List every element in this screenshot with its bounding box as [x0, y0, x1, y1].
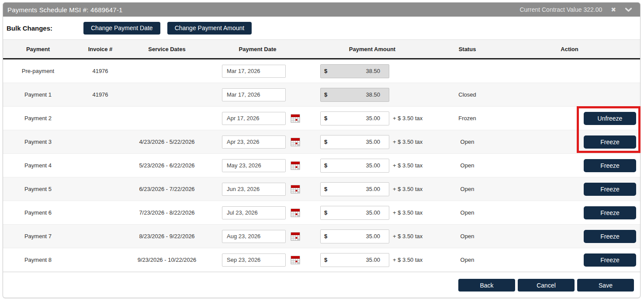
- change-payment-date-button[interactable]: Change Payment Date: [83, 22, 160, 35]
- panel-title: Payments Schedule MSI #: 4689647-1: [7, 6, 123, 14]
- service-dates: 8/23/2026 - 9/22/2026: [128, 233, 206, 240]
- invoice-number: 41976: [73, 91, 128, 98]
- payment-amount-input[interactable]: $ 35.00: [320, 182, 389, 196]
- currency-symbol: $: [324, 115, 327, 121]
- currency-symbol: $: [324, 68, 327, 74]
- tax-label: + $ 3.50 tax: [393, 115, 422, 121]
- calendar-icon[interactable]: [291, 184, 300, 194]
- amount-value: 35.00: [366, 233, 385, 240]
- status-label: Frozen: [436, 115, 499, 121]
- tax-label: + $ 3.50 tax: [393, 139, 422, 145]
- amount-value: 35.00: [366, 186, 385, 192]
- payment-date-input[interactable]: [222, 230, 286, 243]
- payment-amount-input[interactable]: $ 35.00: [320, 206, 389, 220]
- payment-label: Payment 6: [3, 209, 73, 216]
- action-button[interactable]: Freeze: [584, 253, 636, 267]
- header-payment: Payment: [3, 46, 73, 52]
- back-button[interactable]: Back: [458, 279, 515, 292]
- service-dates: 7/23/2026 - 8/22/2026: [128, 209, 206, 216]
- close-icon[interactable]: ✖: [611, 7, 616, 13]
- tax-label: + $ 3.50 tax: [393, 233, 422, 240]
- currency-symbol: $: [324, 91, 327, 98]
- payment-amount-input[interactable]: $ 35.00: [320, 159, 389, 173]
- currency-symbol: $: [324, 233, 327, 240]
- amount-value: 35.00: [366, 139, 385, 145]
- calendar-icon[interactable]: [291, 255, 300, 265]
- currency-symbol: $: [324, 257, 327, 263]
- payment-label: Pre-payment: [3, 68, 73, 74]
- status-label: Open: [436, 233, 499, 240]
- payment-amount-input[interactable]: $ 35.00: [320, 229, 389, 243]
- payment-label: Payment 4: [3, 162, 73, 169]
- payment-label: Payment 1: [3, 91, 73, 98]
- titlebar-right: Current Contract Value 322.00 ✖: [519, 6, 635, 13]
- panel-titlebar: Payments Schedule MSI #: 4689647-1 Curre…: [3, 3, 640, 17]
- payment-label: Payment 7: [3, 233, 73, 240]
- currency-symbol: $: [324, 186, 327, 192]
- status-label: Open: [436, 139, 499, 145]
- header-payment-amount: Payment Amount: [309, 46, 436, 52]
- table-row: Pre-payment 41976: [3, 59, 640, 83]
- payment-label: Payment 8: [3, 257, 73, 263]
- service-dates: 4/23/2026 - 5/22/2026: [128, 139, 206, 145]
- payment-date-input[interactable]: [222, 112, 286, 125]
- payment-amount-input[interactable]: $ 35.00: [320, 111, 389, 125]
- table-row: Payment 5 6/23/2026 - 7/22/2026: [3, 177, 640, 201]
- payment-date-input[interactable]: [222, 135, 286, 149]
- amount-value: 38.50: [366, 91, 385, 98]
- payment-label: Payment 3: [3, 139, 73, 145]
- header-service-dates: Service Dates: [128, 46, 206, 52]
- tax-label: + $ 3.50 tax: [393, 162, 422, 169]
- amount-value: 35.00: [366, 257, 385, 263]
- currency-symbol: $: [324, 162, 327, 169]
- tax-label: + $ 3.50 tax: [393, 186, 422, 192]
- payment-date-input[interactable]: [222, 65, 286, 78]
- header-payment-date: Payment Date: [206, 46, 309, 52]
- header-action: Action: [499, 46, 640, 52]
- page: Payments Schedule MSI #: 4689647-1 Curre…: [0, 0, 644, 302]
- header-invoice: Invoice #: [73, 46, 128, 52]
- calendar-icon[interactable]: [291, 137, 300, 147]
- amount-value: 35.00: [366, 115, 385, 121]
- cancel-button[interactable]: Cancel: [518, 279, 575, 292]
- table-row: Payment 3 4/23/2026 - 5/22/2026: [3, 130, 640, 154]
- action-button[interactable]: Freeze: [584, 230, 636, 243]
- status-label: Open: [436, 257, 499, 263]
- table-row: Payment 1 41976: [3, 83, 640, 107]
- bulk-changes-toolbar: Bulk Changes: Change Payment Date Change…: [3, 17, 640, 39]
- payment-date-input[interactable]: [222, 88, 286, 101]
- payments-schedule-panel: Payments Schedule MSI #: 4689647-1 Curre…: [3, 2, 641, 298]
- payment-amount-input[interactable]: $ 38.50: [320, 64, 389, 78]
- table-row: Payment 7 8/23/2026 - 9/22/2026: [3, 225, 640, 248]
- payment-date-input[interactable]: [222, 159, 286, 172]
- calendar-icon[interactable]: [291, 208, 300, 218]
- amount-value: 35.00: [366, 209, 385, 216]
- action-button[interactable]: Freeze: [584, 183, 636, 196]
- action-button[interactable]: Freeze: [584, 206, 636, 219]
- calendar-icon[interactable]: [291, 161, 300, 170]
- chevron-down-icon[interactable]: [625, 7, 632, 12]
- amount-value: 38.50: [366, 68, 385, 74]
- payment-amount-input[interactable]: $ 35.00: [320, 253, 389, 267]
- currency-symbol: $: [324, 209, 327, 216]
- table-row: Payment 2 $: [3, 107, 640, 130]
- calendar-icon[interactable]: [291, 114, 300, 123]
- save-button[interactable]: Save: [577, 279, 634, 292]
- calendar-icon[interactable]: [291, 232, 300, 241]
- action-button[interactable]: Unfreeze: [584, 112, 636, 125]
- payment-date-input[interactable]: [222, 253, 286, 267]
- status-label: Open: [436, 186, 499, 192]
- service-dates: 6/23/2026 - 7/22/2026: [128, 186, 206, 192]
- contract-value-label: Current Contract Value 322.00: [519, 6, 602, 13]
- payment-date-input[interactable]: [222, 183, 286, 196]
- action-button[interactable]: Freeze: [584, 135, 636, 149]
- action-button[interactable]: Freeze: [584, 159, 636, 172]
- status-label: Open: [436, 209, 499, 216]
- table-body: Pre-payment 41976: [3, 59, 640, 272]
- payment-amount-input[interactable]: $ 38.50: [320, 88, 389, 102]
- payment-date-input[interactable]: [222, 206, 286, 219]
- change-payment-amount-button[interactable]: Change Payment Amount: [167, 22, 252, 35]
- payment-amount-input[interactable]: $ 35.00: [320, 135, 389, 149]
- service-dates: 5/23/2026 - 6/22/2026: [128, 162, 206, 169]
- table-row: Payment 6 7/23/2026 - 8/22/2026: [3, 201, 640, 225]
